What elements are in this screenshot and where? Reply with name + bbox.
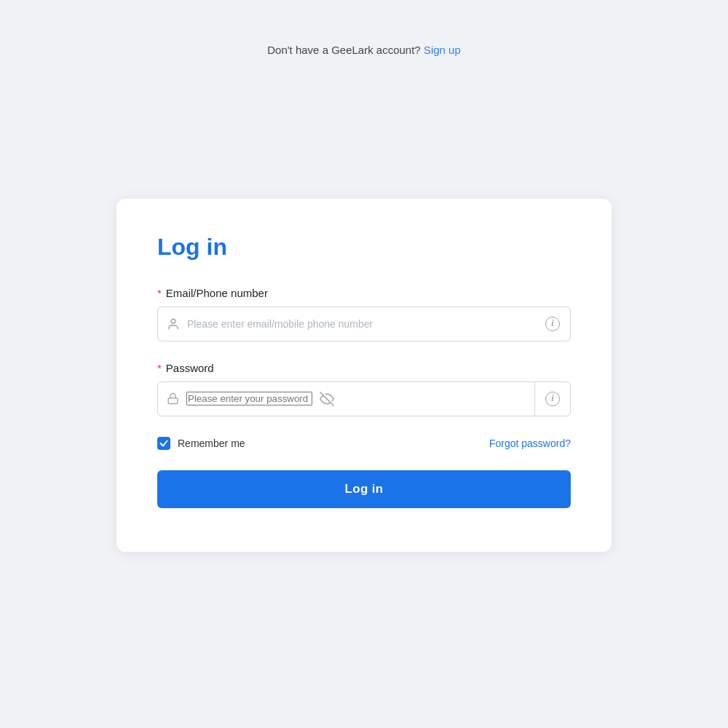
login-button[interactable]: Log in	[157, 470, 571, 508]
email-input-wrapper: i	[157, 306, 571, 341]
no-account-text: Don't have a GeeLark account?	[267, 44, 421, 56]
email-info-button[interactable]: i	[544, 315, 561, 333]
svg-rect-1	[168, 398, 178, 404]
password-field-group: * Password	[157, 362, 571, 416]
remember-me-label[interactable]: Remember me	[157, 437, 245, 450]
signup-link[interactable]: Sign up	[424, 44, 461, 56]
email-field-group: * Email/Phone number i	[157, 287, 571, 341]
email-required-mark: *	[157, 287, 162, 299]
password-main-area	[158, 382, 534, 416]
person-icon	[167, 317, 180, 331]
info-icon: i	[545, 317, 560, 331]
email-label-text: Email/Phone number	[166, 287, 268, 299]
lock-icon	[167, 392, 179, 405]
password-input[interactable]	[186, 392, 312, 405]
eye-off-icon	[320, 392, 334, 406]
password-label-text: Password	[166, 362, 214, 374]
forgot-password-link[interactable]: Forgot password?	[489, 438, 571, 449]
password-info-icon: i	[545, 392, 560, 406]
svg-point-0	[171, 319, 175, 323]
password-input-wrapper: i	[157, 381, 571, 416]
page-title: Log in	[157, 234, 571, 261]
email-suffix: i	[544, 315, 561, 333]
login-card: Log in * Email/Phone number i *	[116, 199, 612, 552]
remember-me-checkbox[interactable]	[157, 437, 170, 450]
email-label: * Email/Phone number	[157, 287, 571, 299]
password-label: * Password	[157, 362, 571, 374]
options-row: Remember me Forgot password?	[157, 437, 571, 450]
password-info-button[interactable]: i	[535, 382, 570, 416]
remember-me-text: Remember me	[178, 438, 245, 449]
top-bar: Don't have a GeeLark account? Sign up	[267, 44, 461, 56]
email-input[interactable]	[187, 318, 538, 330]
password-required-mark: *	[157, 362, 162, 374]
toggle-password-button[interactable]	[318, 390, 336, 408]
